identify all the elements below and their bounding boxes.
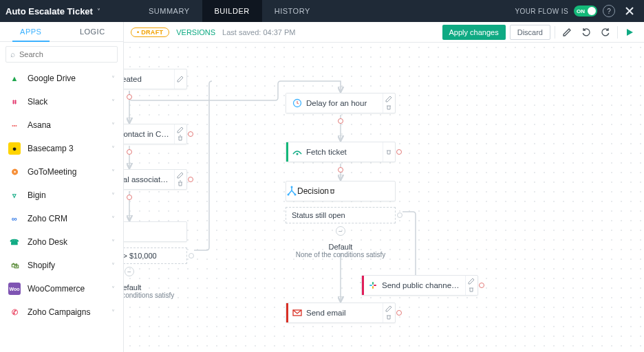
help-icon[interactable]: ? xyxy=(603,5,615,17)
app-item-basecamp-3[interactable]: ●Basecamp 3˅ xyxy=(0,137,123,160)
chevron-down-icon: ˅ xyxy=(111,215,115,223)
discard-button[interactable]: Discard xyxy=(510,25,550,40)
gotomeeting-icon: ❂ xyxy=(8,166,21,178)
flow-status-toggle[interactable]: ON xyxy=(574,6,597,16)
output-port[interactable] xyxy=(338,118,343,124)
app-item-label: Google Drive xyxy=(28,74,76,83)
chevron-down-icon: ˅ xyxy=(111,262,115,270)
top-header: Auto Escalate Ticket ˅ SUMMARY BUILDER H… xyxy=(0,0,644,22)
app-item-gotomeeting[interactable]: ❂GoToMeeting˅ xyxy=(0,160,123,184)
remove-condition-icon[interactable]: − xyxy=(336,226,345,236)
output-port[interactable] xyxy=(396,149,402,155)
output-port[interactable] xyxy=(127,94,132,100)
trash-icon[interactable] xyxy=(329,188,336,195)
clock-icon xyxy=(288,98,306,109)
edit-icon[interactable] xyxy=(559,25,575,40)
left-panel: APPS LOGIC ⌕ ▲Google Drive˅⌗Slack˅•••Asa… xyxy=(0,22,124,352)
output-port[interactable] xyxy=(127,195,132,200)
run-button[interactable] xyxy=(622,25,637,40)
chevron-down-icon: ˅ xyxy=(111,168,115,176)
app-item-slack[interactable]: ⌗Slack˅ xyxy=(0,90,123,113)
output-port[interactable] xyxy=(127,149,132,155)
node-slack-message[interactable]: Send public channel m... xyxy=(361,275,478,296)
svg-point-9 xyxy=(297,153,299,155)
trash-icon[interactable] xyxy=(177,135,185,142)
last-saved: Last saved: 04:37 PM xyxy=(222,28,295,36)
search-field[interactable]: ⌕ xyxy=(6,46,118,63)
app-item-label: Zoho CRM xyxy=(28,214,67,223)
pencil-icon[interactable] xyxy=(385,305,394,312)
chevron-down-icon: ˅ xyxy=(111,309,115,316)
pencil-icon[interactable] xyxy=(177,172,185,179)
pencil-icon[interactable] xyxy=(385,96,394,102)
app-item-zoho-desk[interactable]: ☎Zoho Desk˅ xyxy=(0,230,123,254)
pencil-icon[interactable] xyxy=(177,126,185,133)
apply-changes-button[interactable]: Apply changes xyxy=(442,25,506,40)
close-button[interactable] xyxy=(621,2,638,20)
svg-point-10 xyxy=(291,186,293,188)
output-port[interactable] xyxy=(188,177,193,182)
trash-icon[interactable] xyxy=(385,104,394,111)
chevron-down-icon: ˅ xyxy=(111,98,115,106)
app-item-label: Shopify xyxy=(28,261,55,270)
output-port[interactable] xyxy=(396,310,402,316)
app-item-label: WooCommerce xyxy=(28,284,85,294)
condition-port[interactable] xyxy=(189,253,194,258)
trash-icon[interactable] xyxy=(177,180,185,187)
app-item-asana[interactable]: •••Asana˅ xyxy=(0,113,123,137)
svg-point-11 xyxy=(288,194,290,196)
left-tab-apps[interactable]: APPS xyxy=(0,22,62,41)
output-port[interactable] xyxy=(188,131,193,137)
shopify-icon: 🛍 xyxy=(8,259,21,272)
woocommerce-icon: Woo xyxy=(8,283,21,295)
app-item-zoho-campaigns[interactable]: ✆Zoho Campaigns˅ xyxy=(0,300,123,324)
svg-point-12 xyxy=(294,194,297,196)
condition-port[interactable] xyxy=(397,212,402,218)
bigin-icon: ▿ xyxy=(8,189,21,201)
app-item-label: Bigin xyxy=(28,190,46,200)
chevron-down-icon: ˅ xyxy=(111,285,115,293)
pencil-icon[interactable] xyxy=(468,278,476,285)
chevron-down-icon: ˅ xyxy=(97,8,100,15)
tab-history[interactable]: HISTORY xyxy=(262,0,323,22)
trash-icon[interactable] xyxy=(468,286,476,293)
chevron-down-icon: ˅ xyxy=(111,239,115,246)
node-fetch-ticket[interactable]: Fetch ticket xyxy=(286,142,396,162)
output-port[interactable] xyxy=(479,283,484,288)
flow-title[interactable]: Auto Escalate Ticket ˅ xyxy=(6,6,136,16)
app-item-bigin[interactable]: ▿Bigin˅ xyxy=(0,184,123,207)
app-item-label: Slack xyxy=(28,97,47,107)
tab-summary[interactable]: SUMMARY xyxy=(136,0,202,22)
app-item-woocommerce[interactable]: WooWooCommerce˅ xyxy=(0,277,123,300)
versions-link[interactable]: VERSIONS xyxy=(176,28,215,36)
node-delay[interactable]: Delay for an hour xyxy=(286,93,396,113)
app-item-label: Asana xyxy=(28,120,51,130)
basecamp-icon: ● xyxy=(8,142,21,155)
app-item-zoho-crm[interactable]: ∞Zoho CRM˅ xyxy=(0,207,123,230)
app-item-google-drive[interactable]: ▲Google Drive˅ xyxy=(0,67,123,90)
tab-builder[interactable]: BUILDER xyxy=(202,0,262,22)
flow-title-text: Auto Escalate Ticket xyxy=(6,6,93,16)
chevron-down-icon: ˅ xyxy=(111,122,115,129)
left-tab-logic[interactable]: LOGIC xyxy=(62,22,124,41)
node-send-email[interactable]: Send email xyxy=(286,302,396,323)
trash-icon[interactable] xyxy=(385,148,394,155)
node-decision-2[interactable]: Decision Status still open − Default Non… xyxy=(286,181,396,258)
zoho-crm-icon: ∞ xyxy=(8,212,21,225)
trash-icon[interactable] xyxy=(385,314,394,320)
pencil-icon[interactable] xyxy=(177,76,185,82)
apps-list: ▲Google Drive˅⌗Slack˅•••Asana˅●Basecamp … xyxy=(0,67,123,352)
app-item-label: Basecamp 3 xyxy=(28,144,74,153)
undo-icon[interactable] xyxy=(579,25,594,40)
zoho-desk-icon xyxy=(288,146,306,157)
svg-rect-16 xyxy=(372,282,374,285)
decision-default: Default None of the conditions satisfy xyxy=(286,243,396,258)
search-input[interactable] xyxy=(19,50,114,58)
condition-row[interactable]: Status still open xyxy=(286,207,396,223)
chevron-down-icon: ˅ xyxy=(111,75,115,82)
redo-icon[interactable] xyxy=(598,25,613,40)
chevron-down-icon: ˅ xyxy=(111,192,115,199)
output-port[interactable] xyxy=(338,167,343,173)
app-item-shopify[interactable]: 🛍Shopify˅ xyxy=(0,254,123,277)
remove-condition-icon[interactable]: − xyxy=(125,267,134,276)
